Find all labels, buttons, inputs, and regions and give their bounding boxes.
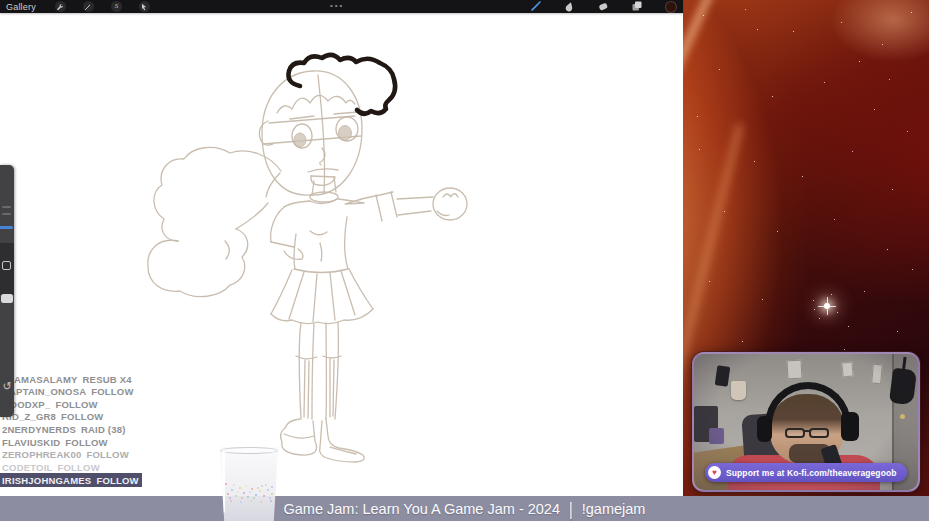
stream-layout: Gallery S ••• bbox=[0, 0, 929, 521]
selection-s-icon[interactable]: S bbox=[111, 1, 122, 12]
event-action: FOLLOW bbox=[96, 475, 138, 486]
stream-event-row: ZEROPHREAK00 FOLLOW bbox=[0, 448, 142, 461]
stream-event-row: CAPTAIN_ONOSA FOLLOW bbox=[0, 386, 142, 399]
transform-arrow-icon[interactable] bbox=[139, 1, 150, 12]
event-action: RESUB X4 bbox=[83, 374, 132, 385]
event-username: CAPTAIN_ONOSA bbox=[2, 386, 86, 397]
stream-title: Game Jam: Learn You A Game Jam - 2024 bbox=[284, 501, 560, 517]
stream-event-row: FLAVIUSKID FOLLOW bbox=[0, 436, 142, 449]
brush-size-slider[interactable] bbox=[0, 226, 13, 229]
kofi-banner-text: Support me at Ko-fi.com/theaveragegoob bbox=[726, 468, 897, 478]
eraser-icon[interactable] bbox=[597, 0, 609, 16]
procreate-sidebar: ↺ bbox=[0, 165, 14, 417]
slider-tick bbox=[2, 213, 11, 215]
stream-command: !gamejam bbox=[582, 501, 646, 517]
event-action: FOLLOW bbox=[55, 399, 97, 410]
event-username: 2NERDYNERDS bbox=[2, 424, 76, 435]
event-username: CODETOIL bbox=[2, 462, 53, 473]
stream-event-row: CODETOIL FOLLOW bbox=[0, 461, 142, 474]
webcam-frame: ♥ Support me at Ko-fi.com/theaveragegoob bbox=[692, 352, 920, 492]
slider-tick bbox=[2, 206, 11, 208]
opacity-slider-handle[interactable] bbox=[1, 294, 13, 303]
stream-event-row: RID_Z_GR8 FOLLOW bbox=[0, 411, 142, 424]
stream-event-row: GOODXP_ FOLLOW bbox=[0, 398, 142, 411]
actions-wrench-icon[interactable] bbox=[55, 1, 66, 12]
event-username: IRISHJOHNGAMES bbox=[2, 475, 91, 486]
layers-icon[interactable] bbox=[631, 0, 643, 16]
event-username: FLAVIUSKID bbox=[2, 437, 60, 448]
smudge-icon[interactable] bbox=[564, 0, 575, 16]
event-action: RAID (38) bbox=[81, 424, 126, 435]
kofi-cup-icon: ♥ bbox=[708, 466, 721, 479]
modify-button[interactable] bbox=[2, 261, 11, 270]
event-username: ZEROPHREAK00 bbox=[2, 449, 81, 460]
confetti bbox=[225, 483, 227, 485]
event-action: FOLLOW bbox=[65, 437, 107, 448]
brush-icon[interactable] bbox=[530, 0, 542, 16]
multitask-dots-icon: ••• bbox=[330, 1, 344, 10]
event-action: FOLLOW bbox=[58, 462, 100, 473]
stream-title-bar: Game Jam: Learn You A Game Jam - 2024 | … bbox=[0, 496, 929, 521]
stream-event-row: IRISHJOHNGAMES FOLLOW bbox=[0, 473, 142, 487]
event-action: FOLLOW bbox=[91, 386, 133, 397]
confetti-jar bbox=[218, 447, 280, 521]
event-action: FOLLOW bbox=[61, 411, 103, 422]
title-separator: | bbox=[569, 499, 573, 519]
jar-rim bbox=[220, 447, 278, 454]
stream-events-list: LLAMASALAMY RESUB X4 CAPTAIN_ONOSA FOLLO… bbox=[0, 373, 142, 487]
gallery-button[interactable]: Gallery bbox=[6, 2, 36, 12]
nebula-ridge bbox=[683, 0, 723, 300]
event-action: FOLLOW bbox=[86, 449, 128, 460]
kofi-banner[interactable]: ♥ Support me at Ko-fi.com/theaveragegoob bbox=[705, 463, 907, 482]
procreate-toolbar: Gallery S ••• bbox=[0, 0, 683, 13]
starfield bbox=[683, 0, 684, 1]
color-swatch[interactable] bbox=[665, 1, 677, 13]
undo-icon[interactable]: ↺ bbox=[0, 379, 14, 393]
adjustments-wand-icon[interactable] bbox=[83, 1, 94, 12]
bright-star bbox=[824, 303, 830, 309]
stream-event-row: LLAMASALAMY RESUB X4 bbox=[0, 373, 142, 386]
stream-event-row: 2NERDYNERDS RAID (38) bbox=[0, 423, 142, 436]
